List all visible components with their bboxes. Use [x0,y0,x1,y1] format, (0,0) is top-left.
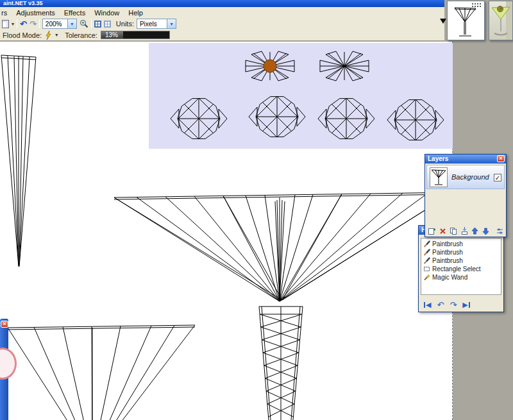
top-view-star [320,51,369,81]
image-list-grip-icon[interactable] [472,3,482,8]
menu-item-layers[interactable]: rs [0,8,12,18]
menu-item-help[interactable]: Help [124,8,147,18]
merge-down-icon[interactable] [460,227,468,235]
wheel-mesh-4 [387,99,444,140]
history-item[interactable]: Rectangle Select [423,265,501,273]
left-funnel-drawing [0,51,37,271]
duplicate-layer-icon[interactable] [450,227,457,235]
history-palette: History Paintbrush Paintbrush [418,225,504,312]
layer-thumbnail [430,167,448,187]
chevron-down-icon[interactable]: ▾ [67,19,76,28]
toolbar-separator [39,19,40,28]
tolerance-value: 13% [105,31,118,39]
history-item-label: Paintbrush [432,240,463,248]
units-value: Pixels [137,21,167,28]
chevron-down-icon[interactable]: ▾ [55,32,58,38]
layers-palette: Layers × Background ✓ [425,154,507,237]
layer-properties-icon[interactable] [496,227,503,235]
layers-toolbar [425,225,506,237]
close-icon[interactable]: × [497,155,505,162]
wheel-mesh-1 [171,98,227,139]
zoom-combo[interactable]: 200% ▾ [42,19,77,29]
magic-wand-icon [423,274,430,281]
layers-titlebar[interactable]: Layers × [425,155,506,164]
redo-button[interactable]: ↷ [29,20,37,28]
rulers-toggle-icon[interactable] [104,21,111,28]
history-undo-button[interactable]: ↶ [437,301,444,308]
paint-net-window: × aint.NET v3.35 rs Adjustments Effects … [0,0,513,420]
menu-item-effects[interactable]: Effects [60,8,90,18]
wheel-mesh-3 [318,98,374,139]
menu-item-adjustments[interactable]: Adjustments [12,8,60,18]
layers-title: Layers [428,155,448,162]
rewind-icon: ◀ [426,301,431,309]
image-thumbnail-photo[interactable] [489,1,513,40]
layer-name: Background [451,173,489,181]
menu-bar: rs Adjustments Effects Window Help [0,7,513,18]
add-layer-icon[interactable] [428,227,435,235]
paintbrush-icon [423,240,430,248]
history-item-label: Paintbrush [432,249,463,256]
history-item[interactable]: Paintbrush [423,256,501,265]
paintbrush-icon [423,257,430,264]
history-fastforward-button[interactable]: ▶ [462,301,469,309]
fast-forward-icon: ▶ [462,301,467,309]
selection-drawing [149,43,453,149]
history-rewind-button[interactable]: ◀ [424,301,431,309]
menu-item-window[interactable]: Window [90,8,124,18]
history-item-label: Rectangle Select [432,265,481,273]
tolerance-slider[interactable]: 13% [101,31,170,39]
move-layer-down-icon[interactable] [482,227,489,235]
history-item-label: Paintbrush [432,257,463,264]
zoom-in-icon[interactable] [80,19,88,28]
zoom-value: 200% [43,21,67,28]
close-icon[interactable]: × [1,321,8,328]
flood-mode-label: Flood Mode: [3,31,42,39]
new-image-icon[interactable] [2,20,9,28]
wheel-mesh-2 [249,96,305,137]
lightning-icon[interactable] [45,31,52,40]
undo-button[interactable]: ↶ [20,20,27,28]
delete-layer-icon[interactable] [439,227,446,235]
thumbnail-glass-drawing [453,5,478,38]
tool-options-bar: Flood Mode: ▾ Tolerance: 13% [0,29,513,41]
layer-row-background[interactable]: Background ✓ [426,165,505,189]
layer-thumbnail-drawing [430,168,447,187]
units-label: Units: [116,20,134,28]
toolbar-separator [17,19,17,28]
marker-triangle-icon [440,19,446,24]
units-combo[interactable]: Pixels ▾ [137,19,176,29]
rectangle-select-icon [423,265,430,273]
move-layer-up-icon[interactable] [471,227,478,235]
photo-martini-glass [489,1,512,40]
main-toolbar: ▾ ↶ ↷ 200% ▾ Units: Pixels ▾ [0,18,513,29]
history-item[interactable]: Magic Wand [423,273,501,281]
bottom-funnel-drawing [5,322,198,420]
top-view-star-filled [246,51,294,81]
grid-toggle-icon[interactable] [94,21,101,28]
chevron-down-icon[interactable]: ▾ [12,21,14,27]
history-item-label: Magic Wand [432,274,467,281]
image-thumbnail-wireframe[interactable] [447,1,485,40]
chevron-down-icon[interactable]: ▾ [167,19,176,28]
history-list: Paintbrush Paintbrush Paintbrush [421,238,501,295]
paintbrush-icon [423,249,430,256]
window-titlebar: aint.NET v3.35 [0,0,513,7]
layer-visibility-checkbox[interactable]: ✓ [494,174,501,181]
history-item[interactable]: Paintbrush [423,248,501,256]
toolbar-separator [91,19,92,28]
history-nav: ◀ ↶ ↷ ▶ [424,301,470,309]
window-title: aint.NET v3.35 [3,0,43,6]
history-item[interactable]: Paintbrush [423,240,501,248]
history-redo-button[interactable]: ↷ [450,301,457,308]
tolerance-label: Tolerance: [65,31,97,39]
